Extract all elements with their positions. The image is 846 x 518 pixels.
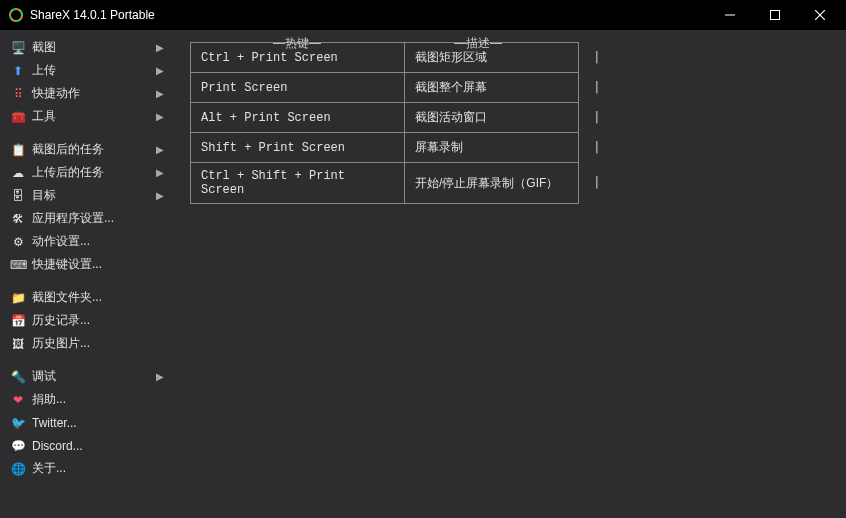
screenshot-icon: 🖥️ — [10, 40, 26, 56]
sidebar-item-label: 关于... — [32, 460, 164, 477]
sidebar-item-label: 截图后的任务 — [32, 141, 156, 158]
image-history-icon: 🖼 — [10, 336, 26, 352]
sidebar-item-label: 目标 — [32, 187, 156, 204]
sidebar-item-label: 历史图片... — [32, 335, 164, 352]
submenu-arrow-icon: ▶ — [156, 111, 164, 122]
sidebar-item-label: 上传 — [32, 62, 156, 79]
sidebar-item[interactable]: 💬Discord... — [0, 434, 170, 457]
debug-icon: 🔦 — [10, 369, 26, 385]
svg-rect-3 — [770, 11, 779, 20]
hotkey-description: 开始/停止屏幕录制（GIF） — [405, 163, 579, 204]
hotkey-row[interactable]: Print Screen截图整个屏幕 — [191, 73, 579, 103]
submenu-arrow-icon: ▶ — [156, 65, 164, 76]
submenu-arrow-icon: ▶ — [156, 88, 164, 99]
row-marker: | — [585, 175, 605, 189]
sidebar-item[interactable]: 🛠应用程序设置... — [0, 207, 170, 230]
after-upload-icon: ☁ — [10, 165, 26, 181]
maximize-button[interactable] — [752, 0, 797, 30]
hotkey-table: Ctrl + Print Screen截图矩形区域Print Screen截图整… — [190, 42, 579, 204]
sidebar-item-label: 工具 — [32, 108, 156, 125]
submenu-arrow-icon: ▶ — [156, 144, 164, 155]
sidebar-item[interactable]: 🖥️截图▶ — [0, 36, 170, 59]
sidebar-item-label: 截图文件夹... — [32, 289, 164, 306]
sidebar-separator — [0, 276, 170, 286]
sidebar-item-label: Discord... — [32, 439, 164, 453]
sidebar-item[interactable]: 🔦调试▶ — [0, 365, 170, 388]
sidebar-item[interactable]: ⬆上传▶ — [0, 59, 170, 82]
sidebar-item[interactable]: 🌐关于... — [0, 457, 170, 480]
sidebar-item[interactable]: 📋截图后的任务▶ — [0, 138, 170, 161]
sidebar-item[interactable]: 🗄目标▶ — [0, 184, 170, 207]
hotkey-panel: Ctrl + Print Screen截图矩形区域Print Screen截图整… — [190, 42, 826, 204]
sidebar-item[interactable]: ❤捐助... — [0, 388, 170, 411]
app-window: ShareX 14.0.1 Portable 🖥️截图▶⬆上传▶⠿快捷动作▶🧰工… — [0, 0, 846, 518]
sidebar-item[interactable]: ☁上传后的任务▶ — [0, 161, 170, 184]
submenu-arrow-icon: ▶ — [156, 167, 164, 178]
header-description: —描述— — [408, 35, 548, 52]
hotkey-key: Shift + Print Screen — [191, 133, 405, 163]
sidebar-item-label: 应用程序设置... — [32, 210, 164, 227]
close-button[interactable] — [797, 0, 842, 30]
hotkey-key: Ctrl + Shift + Print Screen — [191, 163, 405, 204]
sidebar-item[interactable]: ⚙动作设置... — [0, 230, 170, 253]
about-icon: 🌐 — [10, 461, 26, 477]
sidebar: 🖥️截图▶⬆上传▶⠿快捷动作▶🧰工具▶📋截图后的任务▶☁上传后的任务▶🗄目标▶🛠… — [0, 30, 170, 518]
hotkey-key: Print Screen — [191, 73, 405, 103]
destinations-icon: 🗄 — [10, 188, 26, 204]
sidebar-item[interactable]: ⠿快捷动作▶ — [0, 82, 170, 105]
sidebar-separator — [0, 355, 170, 365]
sidebar-item[interactable]: 📁截图文件夹... — [0, 286, 170, 309]
history-icon: 📅 — [10, 313, 26, 329]
tools-icon: 🧰 — [10, 109, 26, 125]
window-body: 🖥️截图▶⬆上传▶⠿快捷动作▶🧰工具▶📋截图后的任务▶☁上传后的任务▶🗄目标▶🛠… — [0, 30, 846, 518]
hotkey-description: 屏幕录制 — [405, 133, 579, 163]
sidebar-item-label: 快捷键设置... — [32, 256, 164, 273]
window-title: ShareX 14.0.1 Portable — [30, 8, 707, 22]
after-capture-icon: 📋 — [10, 142, 26, 158]
sidebar-item[interactable]: 🖼历史图片... — [0, 332, 170, 355]
donate-icon: ❤ — [10, 392, 26, 408]
hotkey-row[interactable]: Shift + Print Screen屏幕录制 — [191, 133, 579, 163]
hotkey-key: Alt + Print Screen — [191, 103, 405, 133]
window-controls — [707, 0, 842, 30]
submenu-arrow-icon: ▶ — [156, 42, 164, 53]
sidebar-item-label: 快捷动作 — [32, 85, 156, 102]
sidebar-item-label: 上传后的任务 — [32, 164, 156, 181]
app-settings-icon: 🛠 — [10, 211, 26, 227]
submenu-arrow-icon: ▶ — [156, 190, 164, 201]
folder-icon: 📁 — [10, 290, 26, 306]
row-marker: | — [585, 50, 605, 64]
twitter-icon: 🐦 — [10, 415, 26, 431]
hotkey-settings-icon: ⌨ — [10, 257, 26, 273]
upload-icon: ⬆ — [10, 63, 26, 79]
sidebar-item-label: 动作设置... — [32, 233, 164, 250]
discord-icon: 💬 — [10, 438, 26, 454]
sidebar-item-label: 历史记录... — [32, 312, 164, 329]
sidebar-item-label: 捐助... — [32, 391, 164, 408]
row-marker: | — [585, 80, 605, 94]
row-marker: | — [585, 140, 605, 154]
sidebar-item[interactable]: 🐦Twitter... — [0, 411, 170, 434]
quick-actions-icon: ⠿ — [10, 86, 26, 102]
sidebar-item[interactable]: 📅历史记录... — [0, 309, 170, 332]
hotkey-description: 截图活动窗口 — [405, 103, 579, 133]
sharex-logo-icon — [8, 7, 24, 23]
header-hotkey: —热键— — [190, 35, 404, 52]
row-marker: | — [585, 110, 605, 124]
titlebar: ShareX 14.0.1 Portable — [0, 0, 846, 30]
hotkey-description: 截图整个屏幕 — [405, 73, 579, 103]
main-panel: Ctrl + Print Screen截图矩形区域Print Screen截图整… — [170, 30, 846, 518]
minimize-button[interactable] — [707, 0, 752, 30]
task-settings-icon: ⚙ — [10, 234, 26, 250]
hotkey-row[interactable]: Ctrl + Shift + Print Screen开始/停止屏幕录制（GIF… — [191, 163, 579, 204]
svg-point-1 — [10, 9, 22, 21]
hotkey-row[interactable]: Alt + Print Screen截图活动窗口 — [191, 103, 579, 133]
sidebar-item-label: 调试 — [32, 368, 156, 385]
sidebar-item[interactable]: 🧰工具▶ — [0, 105, 170, 128]
sidebar-item-label: 截图 — [32, 39, 156, 56]
sidebar-separator — [0, 128, 170, 138]
submenu-arrow-icon: ▶ — [156, 371, 164, 382]
sidebar-item-label: Twitter... — [32, 416, 164, 430]
sidebar-item[interactable]: ⌨快捷键设置... — [0, 253, 170, 276]
